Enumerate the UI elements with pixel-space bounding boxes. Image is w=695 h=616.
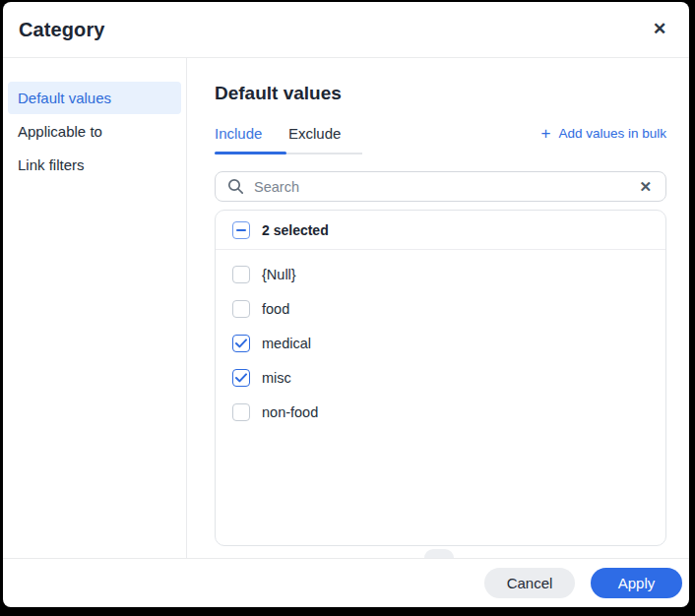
sidebar-item-link-filters[interactable]: Link filters xyxy=(8,149,181,181)
checkmark-icon xyxy=(235,339,247,348)
list-item-label: non-food xyxy=(262,404,318,420)
list-item-label: medical xyxy=(262,336,311,351)
value-rows: {Null} food medical misc non-food xyxy=(216,250,665,429)
list-header-row: 2 selected xyxy=(216,211,665,250)
plus-icon: + xyxy=(540,127,550,141)
tab-row: IncludeExclude + Add values in bulk xyxy=(215,125,666,154)
list-item[interactable]: medical xyxy=(216,326,665,360)
category-filter-dialog: Category ✕ Default valuesApplicable toLi… xyxy=(3,2,689,607)
dialog-footer: Cancel Apply xyxy=(3,558,689,607)
list-item[interactable]: misc xyxy=(216,360,665,395)
row-checkbox[interactable] xyxy=(232,403,250,421)
sidebar-item-applicable-to[interactable]: Applicable to xyxy=(8,115,181,148)
row-checkbox[interactable] xyxy=(232,369,250,387)
apply-button[interactable]: Apply xyxy=(591,568,682,598)
search-input[interactable] xyxy=(254,179,637,195)
dialog-body: Default valuesApplicable toLink filters … xyxy=(3,58,689,558)
add-values-in-bulk-button[interactable]: + Add values in bulk xyxy=(540,126,666,141)
dialog-title: Category xyxy=(19,19,105,41)
list-item[interactable]: {Null} xyxy=(216,257,665,291)
select-all-checkbox[interactable] xyxy=(232,221,250,239)
drag-handle[interactable] xyxy=(424,549,454,558)
close-icon[interactable]: ✕ xyxy=(646,16,673,43)
tabs: IncludeExclude xyxy=(215,125,364,154)
section-heading: Default values xyxy=(215,83,666,104)
tab-include[interactable]: Include xyxy=(215,125,286,154)
sidebar-nav: Default valuesApplicable toLink filters xyxy=(3,58,187,558)
bulk-link-label: Add values in bulk xyxy=(558,126,666,141)
indeterminate-dash-icon xyxy=(236,229,246,231)
values-list-panel: 2 selected {Null} food medical xyxy=(215,210,666,546)
sidebar-item-default-values[interactable]: Default values xyxy=(8,82,181,114)
tab-exclude[interactable]: Exclude xyxy=(288,125,364,154)
list-item[interactable]: non-food xyxy=(216,395,665,429)
checkmark-icon xyxy=(235,373,247,383)
search-box[interactable]: ✕ xyxy=(215,171,666,202)
search-icon xyxy=(227,178,244,195)
list-item[interactable]: food xyxy=(216,291,665,326)
clear-search-icon[interactable]: ✕ xyxy=(637,178,654,196)
main-content: Default values IncludeExclude + Add valu… xyxy=(187,58,689,558)
row-checkbox[interactable] xyxy=(232,335,250,352)
list-item-label: misc xyxy=(262,370,291,386)
list-item-label: {Null} xyxy=(262,267,296,282)
selected-count-label: 2 selected xyxy=(262,222,329,238)
row-checkbox[interactable] xyxy=(232,300,250,318)
list-item-label: food xyxy=(262,301,289,317)
dialog-header: Category ✕ xyxy=(3,2,689,58)
row-checkbox[interactable] xyxy=(232,266,250,283)
cancel-button[interactable]: Cancel xyxy=(484,568,575,598)
